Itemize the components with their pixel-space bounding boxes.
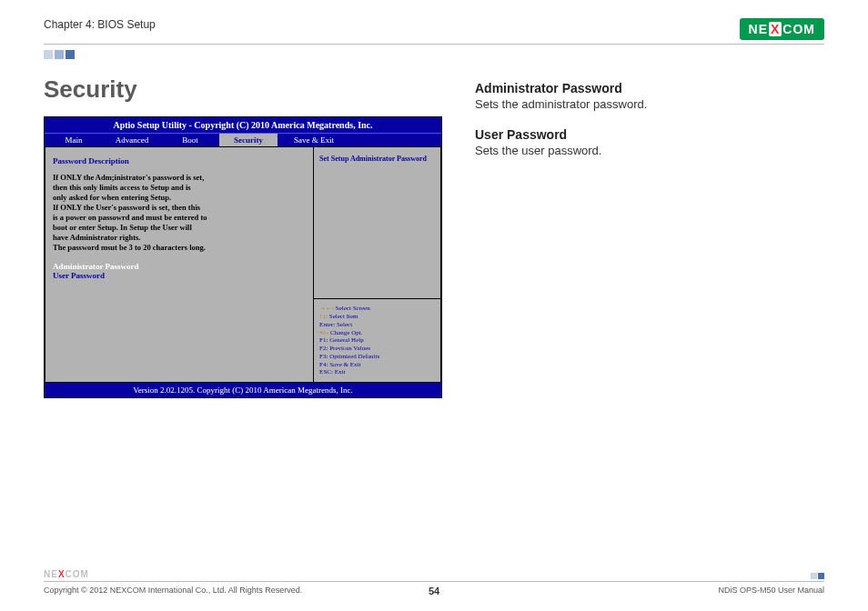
bios-desc-line: is a power on passowrd and must be enter…: [53, 213, 306, 223]
bios-item-admin-password[interactable]: Administrator Password: [53, 262, 306, 271]
bios-tab-saveexit[interactable]: Save & Exit: [278, 134, 350, 146]
bios-help-text: Set Setup Administrator Password: [314, 147, 440, 298]
bios-tab-row: Main Advanced Boot Security Save & Exit: [45, 133, 441, 146]
bios-tab-boot[interactable]: Boot: [161, 134, 219, 146]
bios-desc-line: The password msut be 3 to 20 characters …: [53, 243, 306, 253]
page-title: Security: [44, 75, 442, 104]
section-admin-password-heading: Administrator Password: [475, 81, 824, 95]
section-admin-password-body: Sets the administrator password.: [475, 97, 824, 111]
nexcom-logo: NEXCOM: [740, 18, 824, 40]
chapter-label: Chapter 4: BIOS Setup: [44, 18, 156, 31]
logo-part-x: X: [769, 22, 782, 36]
logo-part-right: COM: [782, 22, 815, 36]
bios-footer: Version 2.02.1205. Copyright (C) 2010 Am…: [45, 383, 441, 397]
bios-key-legend: →←: Select Screen ↑↓: Select Item Enter:…: [314, 298, 440, 382]
section-user-password-body: Sets the user password.: [475, 144, 824, 157]
bios-screenshot: Aptio Setup Utility - Copyright (C) 2010…: [44, 116, 442, 398]
bios-titlebar: Aptio Setup Utility - Copyright (C) 2010…: [45, 117, 441, 133]
footer-nexcom-logo: NEXCOM: [44, 569, 89, 579]
bios-desc-line: only asked for when entering Setup.: [53, 193, 306, 203]
bios-password-desc-heading: Password Description: [53, 156, 306, 165]
bios-desc-line: If ONLY the Adm;inistrator's password is…: [53, 173, 306, 183]
bios-tab-main[interactable]: Main: [45, 134, 103, 146]
bios-main-panel: Password Description If ONLY the Adm;ini…: [45, 147, 314, 382]
bios-desc-line: If ONLY the User's password is set, then…: [53, 203, 306, 213]
page-number: 54: [44, 586, 824, 596]
bios-desc-line: then this only limits access to Setup an…: [53, 183, 306, 193]
decorative-squares: [44, 50, 824, 59]
footer-decorative-squares: [811, 573, 824, 579]
bios-desc-line: boot or enter Setup. In Setup the User w…: [53, 223, 306, 233]
bios-desc-line: have Administrator rights.: [53, 233, 306, 243]
section-user-password-heading: User Password: [475, 127, 824, 142]
bios-item-user-password[interactable]: User Password: [53, 271, 306, 280]
bios-tab-security[interactable]: Security: [219, 134, 278, 146]
logo-part-left: NE: [749, 22, 768, 36]
bios-tab-advanced[interactable]: Advanced: [103, 134, 161, 146]
